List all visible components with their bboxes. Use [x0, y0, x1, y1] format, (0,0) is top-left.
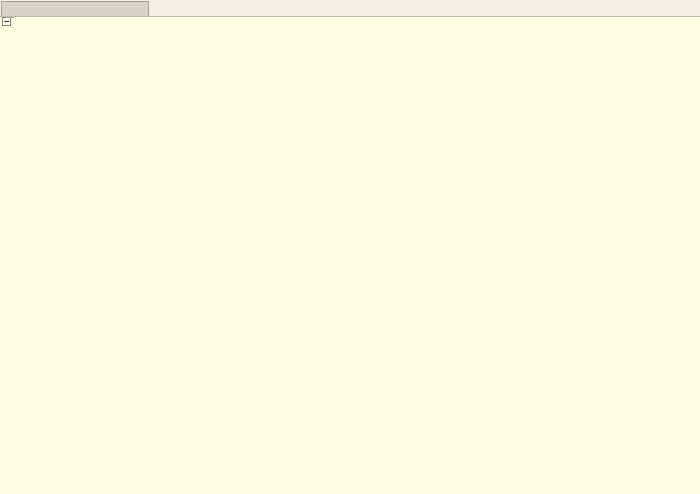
code-editor[interactable] — [0, 17, 700, 494]
fold-guide-corner — [6, 17, 14, 18]
tab-bar — [0, 0, 700, 17]
tab-main-method[interactable] — [1, 1, 149, 16]
fold-collapse-icon[interactable] — [2, 17, 11, 26]
decompiler-window: { "tab": { "label": "Main(string[]) : vo… — [0, 0, 700, 494]
